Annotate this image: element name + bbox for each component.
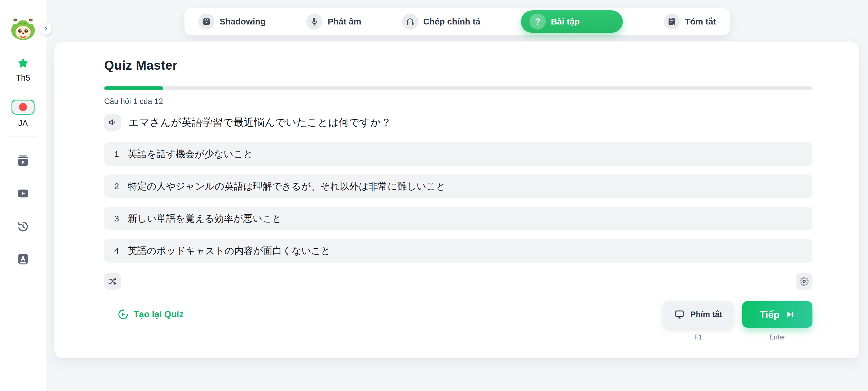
next-button-group: Tiếp Enter (742, 301, 812, 341)
notes-icon (664, 13, 680, 30)
quiz-title: Quiz Master (104, 58, 812, 72)
regenerate-quiz-label: Tạo lại Quiz (133, 309, 184, 320)
option-3[interactable]: 3 新しい単語を覚える効率が悪いこと (104, 207, 812, 230)
main-area: Shadowing Phát âm (46, 0, 868, 391)
mode-tabbar: Shadowing Phát âm (184, 8, 730, 35)
language-label: JA (18, 119, 28, 128)
option-text: 英語を話す機会が少ないこと (128, 148, 253, 161)
next-button-label: Tiếp (760, 309, 779, 320)
shortcut-button-label: Phím tắt (690, 310, 722, 319)
gear-icon (800, 277, 809, 286)
frog-mascot-logo[interactable] (7, 14, 38, 40)
streak-widget[interactable]: Th5 (16, 58, 30, 83)
streak-label: Th5 (16, 73, 30, 83)
tab-phat-am[interactable]: Phát âm (306, 13, 361, 30)
tab-chep-chinh-ta[interactable]: Chép chính tả (402, 13, 480, 30)
dictionary-icon (17, 252, 30, 266)
skip-next-icon (785, 309, 795, 319)
app-root: Th5 JA (0, 0, 868, 391)
tab-bai-tap[interactable]: ? Bài tập (521, 10, 623, 33)
options-list: 1 英語を話す機会が少ないこと 2 特定の人やジャンルの英語は理解できるが、それ… (104, 142, 812, 263)
microphone-icon (306, 13, 322, 30)
sidebar: Th5 JA (0, 0, 46, 391)
action-buttons: Phím tắt F1 Tiếp Enter (663, 301, 812, 341)
monitor-icon (674, 309, 685, 320)
star-icon (17, 58, 29, 69)
tools-row (104, 273, 812, 290)
progress-label: Câu hỏi 1 của 12 (104, 97, 812, 106)
tab-label: Phát âm (328, 17, 361, 27)
sidebar-item-dictionary[interactable] (16, 252, 30, 266)
progress-fill (104, 86, 163, 90)
option-number: 1 (114, 149, 120, 159)
footer-row: Tạo lại Quiz Phím tắt F1 (104, 301, 812, 341)
tab-label: Bài tập (551, 17, 580, 27)
settings-button[interactable] (796, 273, 812, 290)
progress-bar (104, 86, 812, 90)
sidebar-divider (9, 91, 37, 91)
option-2[interactable]: 2 特定の人やジャンルの英語は理解できるが、それ以外は非常に難しいこと (104, 175, 812, 198)
option-text: 英語のポッドキャストの内容が面白くないこと (128, 244, 331, 258)
shortcut-button[interactable]: Phím tắt (663, 301, 734, 328)
shortcut-button-group: Phím tắt F1 (663, 301, 734, 341)
shuffle-button[interactable] (104, 273, 121, 290)
question-mark-icon: ? (530, 13, 546, 30)
chevron-right-icon (42, 26, 49, 32)
option-4[interactable]: 4 英語のポッドキャストの内容が面白くないこと (104, 239, 812, 263)
option-number: 4 (114, 246, 120, 256)
tab-label: Shadowing (220, 17, 266, 27)
tab-tom-tat[interactable]: Tóm tắt (664, 13, 716, 30)
play-audio-button[interactable] (104, 114, 121, 131)
history-icon (17, 220, 30, 233)
option-number: 3 (114, 214, 120, 223)
tab-shadowing[interactable]: Shadowing (198, 13, 266, 30)
regenerate-quiz-link[interactable]: Tạo lại Quiz (117, 309, 184, 320)
next-key-hint: Enter (770, 333, 785, 341)
tab-label: Tóm tắt (685, 17, 716, 27)
option-number: 2 (114, 181, 120, 191)
shortcut-key-hint: F1 (694, 333, 702, 341)
restart-icon (117, 309, 129, 320)
question-row: エマさんが英語学習で最近悩んでいたことは何ですか？ (104, 114, 812, 131)
sidebar-collapse-button[interactable] (40, 23, 52, 35)
sidebar-item-video-library[interactable] (16, 154, 30, 168)
japan-flag-icon (19, 103, 27, 111)
tab-label: Chép chính tả (423, 17, 480, 27)
sidebar-item-history[interactable] (16, 219, 30, 233)
headphones-icon (402, 13, 418, 30)
shuffle-icon (108, 277, 117, 286)
option-text: 新しい単語を覚える効率が悪いこと (128, 212, 282, 225)
question-text: エマさんが英語学習で最近悩んでいたことは何ですか？ (128, 116, 392, 129)
option-text: 特定の人やジャンルの英語は理解できるが、それ以外は非常に難しいこと (128, 180, 445, 193)
option-1[interactable]: 1 英語を話す機会が少ないこと (104, 142, 812, 166)
sidebar-nav (16, 154, 30, 266)
speaker-icon (108, 118, 117, 127)
video-library-icon (17, 154, 30, 167)
sidebar-divider (9, 136, 37, 137)
reels-icon (198, 13, 214, 30)
japan-flag-button[interactable] (11, 100, 34, 115)
quiz-card: Quiz Master Câu hỏi 1 của 12 エマさんが英語学習で最… (54, 41, 859, 358)
play-box-icon (17, 187, 30, 200)
language-widget: JA (11, 100, 34, 128)
next-button[interactable]: Tiếp (742, 301, 812, 328)
sidebar-item-videos[interactable] (16, 187, 30, 201)
